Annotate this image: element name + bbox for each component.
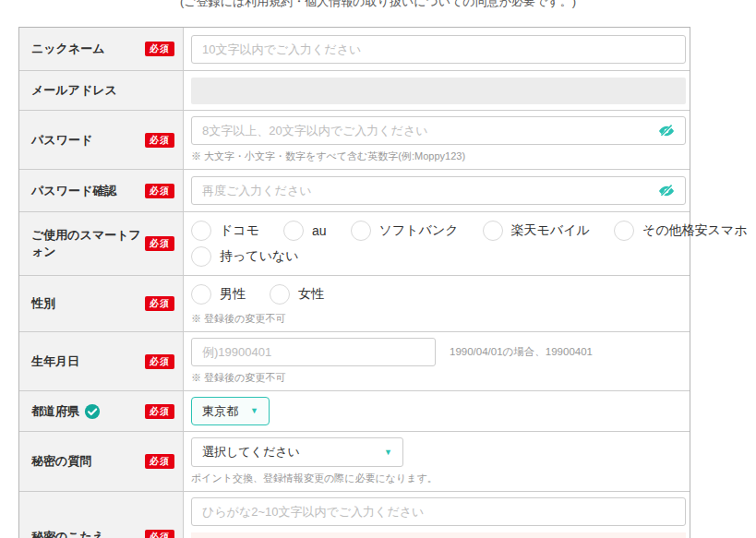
secret-question-select[interactable]: 選択してください ▼ <box>191 437 403 467</box>
radio-button-icon[interactable] <box>483 221 503 241</box>
row-password-confirm: パスワード確認 必須 <box>19 170 690 212</box>
password-input[interactable] <box>191 116 686 145</box>
prefecture-label-cell: 都道府県 必須 <box>19 391 184 431</box>
secret-question-label: 秘密の質問 <box>31 453 91 470</box>
secret-question-label-cell: 秘密の質問 必須 <box>19 432 184 491</box>
gender-label-cell: 性別 必須 <box>19 276 184 331</box>
radio-button-icon[interactable] <box>191 284 211 305</box>
password-confirm-visibility-toggle-icon[interactable] <box>657 184 676 198</box>
row-nickname: ニックネーム 必須 <box>19 28 690 71</box>
chevron-down-icon: ▼ <box>384 448 392 457</box>
secret-answer-label-cell: 秘密のこたえ 必須 <box>19 492 184 538</box>
secret-answer-input[interactable] <box>191 497 686 526</box>
radio-label: 女性 <box>298 286 324 303</box>
row-smartphone: ご使用のスマートフォン 必須 ドコモ au ソフトバンク <box>19 212 690 276</box>
registration-agreement-note: (ご登録には利用規約・個人情報の取り扱いについての同意が必要です。) <box>0 0 756 10</box>
radio-label: 楽天モバイル <box>511 222 590 239</box>
nickname-label-cell: ニックネーム 必須 <box>19 28 184 70</box>
radio-label: 男性 <box>220 286 246 303</box>
radio-button-icon[interactable] <box>191 246 211 267</box>
secret-question-note: ポイント交換、登録情報変更の際に必要になります。 <box>191 472 682 485</box>
radio-option-female[interactable]: 女性 <box>270 284 324 305</box>
nickname-input[interactable] <box>191 35 686 64</box>
gender-label: 性別 <box>31 295 55 312</box>
row-secret-question: 秘密の質問 必須 選択してください ▼ ポイント交換、登録情報変更の際に必要にな… <box>19 432 690 492</box>
birthdate-format-hint: 1990/04/01の場合、19900401 <box>450 345 593 359</box>
secret-answer-label: 秘密のこたえ <box>31 529 104 538</box>
password-label: パスワード <box>31 132 92 149</box>
required-badge: 必須 <box>145 354 174 369</box>
password-confirm-label: パスワード確認 <box>31 183 116 199</box>
password-confirm-input[interactable] <box>191 176 686 205</box>
row-secret-answer: 秘密のこたえ 必須 ※ 秘密の質問とこたえは、各種設定・ポイント交換等の際に必要… <box>19 492 690 538</box>
password-label-cell: パスワード 必須 <box>19 111 184 169</box>
prefecture-select[interactable]: 東京都 ▼ <box>191 397 270 425</box>
registration-form-table: ニックネーム 必須 メールアドレス パスワード 必須 <box>18 27 690 538</box>
required-badge: 必須 <box>145 184 174 198</box>
secret-answer-warning: ※ 秘密の質問とこたえは、各種設定・ポイント交換等の際に必要になるため、お忘れに… <box>191 532 686 538</box>
email-label-cell: メールアドレス <box>19 71 184 110</box>
required-badge: 必須 <box>145 236 174 251</box>
secret-question-selected-value: 選択してください <box>202 444 300 460</box>
radio-label: ソフトバンク <box>379 222 459 239</box>
valid-check-icon <box>84 403 101 420</box>
birthdate-input[interactable] <box>191 338 436 366</box>
radio-option-no-phone[interactable]: 持っていない <box>191 246 299 267</box>
password-visibility-toggle-icon[interactable] <box>657 124 676 138</box>
password-note: ※ 大文字・小文字・数字をすべて含む英数字(例:Moppy123) <box>191 149 686 163</box>
birthdate-label-cell: 生年月日 必須 <box>19 332 184 390</box>
smartphone-label-cell: ご使用のスマートフォン 必須 <box>19 212 184 275</box>
row-email: メールアドレス <box>19 71 690 111</box>
birthdate-label: 生年月日 <box>31 353 79 370</box>
required-badge: 必須 <box>145 530 174 538</box>
nickname-label: ニックネーム <box>31 41 105 57</box>
radio-label: ドコモ <box>220 222 259 239</box>
radio-option-docomo[interactable]: ドコモ <box>191 221 259 241</box>
radio-option-other-budget-phone[interactable]: その他格安スマホ <box>614 221 748 241</box>
radio-option-softbank[interactable]: ソフトバンク <box>351 221 459 241</box>
radio-button-icon[interactable] <box>351 221 371 241</box>
required-badge: 必須 <box>145 404 174 419</box>
chevron-down-icon: ▼ <box>250 407 258 415</box>
radio-option-male[interactable]: 男性 <box>191 284 246 305</box>
email-value-redacted <box>191 78 686 104</box>
required-badge: 必須 <box>145 133 174 148</box>
radio-label: au <box>312 223 327 238</box>
radio-option-au[interactable]: au <box>283 221 327 241</box>
prefecture-selected-value: 東京都 <box>202 403 238 420</box>
gender-note: ※ 登録後の変更不可 <box>191 312 682 326</box>
required-badge: 必須 <box>145 454 174 469</box>
radio-label: その他格安スマホ <box>642 222 748 239</box>
radio-label: 持っていない <box>220 248 299 265</box>
radio-button-icon[interactable] <box>270 284 290 305</box>
radio-button-icon[interactable] <box>283 221 304 241</box>
radio-option-rakuten-mobile[interactable]: 楽天モバイル <box>483 221 590 241</box>
radio-button-icon[interactable] <box>191 221 211 241</box>
birthdate-note: ※ 登録後の変更不可 <box>191 371 682 385</box>
required-badge: 必須 <box>145 42 174 56</box>
required-badge: 必須 <box>145 296 174 311</box>
radio-button-icon[interactable] <box>614 221 634 241</box>
row-password: パスワード 必須 ※ 大文字・小文字・数字をすべて含む英数字(例:Moppy12… <box>19 111 690 170</box>
prefecture-label: 都道府県 <box>31 403 79 420</box>
row-prefecture: 都道府県 必須 東京都 ▼ <box>19 391 690 432</box>
row-gender: 性別 必須 男性 女性 ※ 登録後の変更不可 <box>19 276 690 332</box>
email-label: メールアドレス <box>31 82 117 99</box>
password-confirm-label-cell: パスワード確認 必須 <box>19 170 184 211</box>
row-birthdate: 生年月日 必須 1990/04/01の場合、19900401 ※ 登録後の変更不… <box>19 332 690 391</box>
smartphone-label: ご使用のスマートフォン <box>31 227 145 260</box>
